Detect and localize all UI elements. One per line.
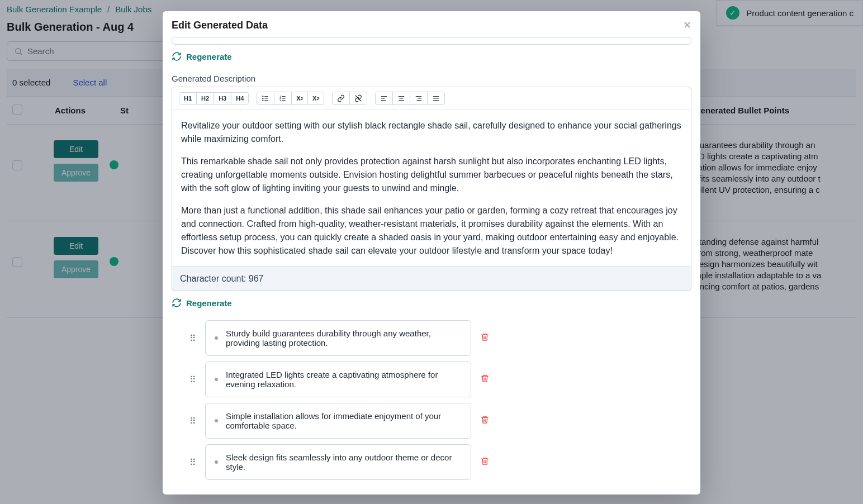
bullet-input[interactable]: Sturdy build guarantees durability throu… [205, 320, 471, 356]
bullet-items: ⠿ Sturdy build guarantees durability thr… [188, 320, 490, 480]
delete-button[interactable] [479, 415, 490, 427]
h2-button[interactable]: H2 [197, 93, 214, 104]
modal-body: Regenerate Generated Description H1 H2 H… [163, 34, 700, 495]
trash-icon [480, 374, 490, 383]
drag-handle-icon[interactable]: ⠿ [188, 416, 197, 426]
subscript-button[interactable]: X2 [292, 92, 308, 104]
align-right-button[interactable] [410, 92, 428, 104]
refresh-icon [172, 298, 182, 308]
modal-overlay[interactable]: Edit Generated Data ✕ Regenerate Generat… [0, 0, 863, 504]
svg-point-2 [263, 96, 263, 97]
list-group: 123 X2 X2 [257, 92, 324, 105]
paragraph: This remarkable shade sail not only prov… [181, 155, 682, 195]
truncated-field [172, 37, 691, 45]
trash-icon [480, 332, 490, 342]
bullet-text: Integrated LED lights create a captivati… [226, 370, 462, 389]
trash-icon [480, 415, 490, 425]
regenerate-label: Regenerate [186, 298, 232, 308]
rte-toolbar: H1 H2 H3 H4 123 X2 X2 [172, 87, 691, 110]
bullet-input[interactable]: Simple installation allows for immediate… [205, 403, 471, 439]
align-center-button[interactable] [393, 92, 410, 104]
bullet-dot-icon [215, 419, 218, 422]
refresh-icon [172, 51, 182, 61]
bullet-row: ⠿ Sleek design fits seamlessly into any … [188, 444, 490, 480]
unlink-button[interactable] [350, 92, 367, 104]
bullet-row: ⠿ Simple installation allows for immedia… [188, 403, 490, 439]
ordered-list-button[interactable]: 123 [274, 92, 292, 104]
svg-point-4 [263, 100, 263, 101]
section-label: Generated Description [172, 74, 691, 83]
h4-button[interactable]: H4 [231, 93, 248, 104]
align-justify-button[interactable] [428, 92, 444, 104]
modal-header: Edit Generated Data ✕ [163, 11, 700, 34]
drag-handle-icon[interactable]: ⠿ [188, 374, 197, 385]
modal-title: Edit Generated Data [172, 20, 268, 31]
regenerate-button[interactable]: Regenerate [172, 51, 691, 61]
delete-button[interactable] [479, 332, 490, 344]
drag-handle-icon[interactable]: ⠿ [188, 333, 197, 344]
bullet-dot-icon [215, 460, 218, 464]
bullet-row: ⠿ Integrated LED lights create a captiva… [188, 362, 490, 397]
align-group [375, 92, 445, 105]
regenerate-label: Regenerate [186, 52, 232, 61]
align-left-button[interactable] [376, 92, 393, 104]
bullet-text: Simple installation allows for immediate… [226, 411, 462, 430]
superscript-button[interactable]: X2 [308, 92, 324, 104]
svg-text:3: 3 [279, 99, 281, 102]
bullet-list-button[interactable] [257, 92, 274, 104]
bullet-dot-icon [215, 336, 218, 340]
h1-button[interactable]: H1 [179, 93, 197, 104]
bullet-input[interactable]: Sleek design fits seamlessly into any ou… [205, 444, 471, 480]
trash-icon [480, 457, 490, 466]
bullet-text: Sturdy build guarantees durability throu… [226, 329, 462, 348]
bullet-text: Sleek design fits seamlessly into any ou… [226, 453, 462, 472]
delete-button[interactable] [479, 374, 490, 386]
regenerate-button[interactable]: Regenerate [172, 298, 691, 308]
bullet-dot-icon [215, 378, 218, 381]
paragraph: Revitalize your outdoor setting with our… [181, 119, 682, 146]
drag-handle-icon[interactable]: ⠿ [188, 457, 197, 468]
char-count: Character count: 967 [172, 267, 691, 291]
close-icon[interactable]: ✕ [683, 19, 691, 31]
link-button[interactable] [333, 92, 350, 104]
delete-button[interactable] [479, 457, 490, 468]
heading-group: H1 H2 H3 H4 [179, 92, 249, 104]
rich-text-editor: H1 H2 H3 H4 123 X2 X2 [172, 87, 691, 267]
h3-button[interactable]: H3 [214, 93, 231, 104]
paragraph: More than just a functional addition, th… [181, 204, 682, 258]
rte-content[interactable]: Revitalize your outdoor setting with our… [172, 110, 691, 267]
svg-point-3 [263, 98, 263, 98]
bullet-input[interactable]: Integrated LED lights create a captivati… [205, 362, 471, 397]
link-group [332, 92, 367, 105]
bullet-row: ⠿ Sturdy build guarantees durability thr… [188, 320, 490, 356]
edit-modal: Edit Generated Data ✕ Regenerate Generat… [163, 11, 700, 495]
